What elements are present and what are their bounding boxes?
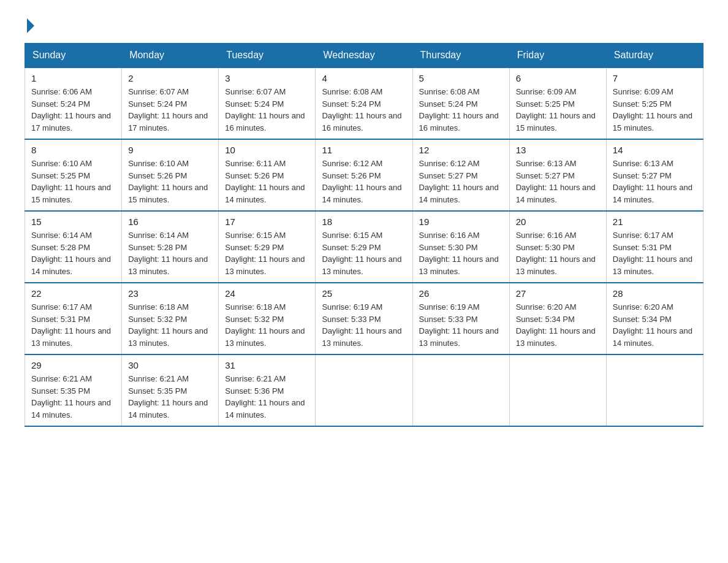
calendar-cell: 9 Sunrise: 6:10 AM Sunset: 5:26 PM Dayli…: [122, 139, 219, 211]
day-number: 20: [516, 216, 600, 227]
day-number: 13: [516, 145, 600, 155]
calendar-cell: 5 Sunrise: 6:08 AM Sunset: 5:24 PM Dayli…: [412, 67, 509, 139]
day-info: Sunrise: 6:15 AM Sunset: 5:29 PM Dayligh…: [225, 229, 309, 277]
weekday-header-saturday: Saturday: [606, 44, 703, 68]
calendar-cell: 28 Sunrise: 6:20 AM Sunset: 5:34 PM Dayl…: [606, 283, 703, 354]
logo: [25, 18, 34, 31]
weekday-header-tuesday: Tuesday: [219, 44, 316, 68]
calendar-cell: 1 Sunrise: 6:06 AM Sunset: 5:24 PM Dayli…: [25, 67, 122, 139]
calendar-cell: 4 Sunrise: 6:08 AM Sunset: 5:24 PM Dayli…: [316, 67, 412, 139]
weekday-header-friday: Friday: [509, 44, 606, 68]
weekday-header-monday: Monday: [122, 44, 219, 68]
day-number: 19: [419, 216, 503, 227]
day-info: Sunrise: 6:21 AM Sunset: 5:35 PM Dayligh…: [31, 373, 115, 421]
day-info: Sunrise: 6:18 AM Sunset: 5:32 PM Dayligh…: [225, 301, 309, 349]
day-info: Sunrise: 6:10 AM Sunset: 5:25 PM Dayligh…: [31, 158, 115, 205]
calendar-week-row: 8 Sunrise: 6:10 AM Sunset: 5:25 PM Dayli…: [25, 139, 703, 211]
day-number: 5: [419, 73, 503, 83]
day-info: Sunrise: 6:15 AM Sunset: 5:29 PM Dayligh…: [322, 229, 406, 277]
day-number: 8: [31, 145, 115, 155]
day-number: 22: [31, 288, 115, 299]
logo-arrow-icon: [27, 18, 34, 33]
day-info: Sunrise: 6:08 AM Sunset: 5:24 PM Dayligh…: [419, 86, 503, 134]
day-info: Sunrise: 6:08 AM Sunset: 5:24 PM Dayligh…: [322, 86, 406, 134]
calendar-cell: 3 Sunrise: 6:07 AM Sunset: 5:24 PM Dayli…: [219, 67, 316, 139]
calendar-cell: 24 Sunrise: 6:18 AM Sunset: 5:32 PM Dayl…: [219, 283, 316, 354]
day-info: Sunrise: 6:09 AM Sunset: 5:25 PM Dayligh…: [516, 86, 600, 134]
day-number: 18: [322, 216, 406, 227]
day-info: Sunrise: 6:12 AM Sunset: 5:27 PM Dayligh…: [419, 158, 503, 205]
day-info: Sunrise: 6:17 AM Sunset: 5:31 PM Dayligh…: [31, 301, 115, 349]
calendar-week-row: 29 Sunrise: 6:21 AM Sunset: 5:35 PM Dayl…: [25, 354, 703, 426]
day-number: 16: [128, 216, 212, 227]
logo-general-text: [25, 18, 34, 33]
day-number: 11: [322, 145, 406, 155]
day-number: 25: [322, 288, 406, 299]
day-number: 4: [322, 73, 406, 83]
day-number: 17: [225, 216, 309, 227]
day-info: Sunrise: 6:20 AM Sunset: 5:34 PM Dayligh…: [613, 301, 697, 349]
day-number: 1: [31, 73, 115, 83]
day-number: 26: [419, 288, 503, 299]
calendar-cell: 18 Sunrise: 6:15 AM Sunset: 5:29 PM Dayl…: [316, 211, 412, 283]
day-number: 21: [613, 216, 697, 227]
day-info: Sunrise: 6:21 AM Sunset: 5:36 PM Dayligh…: [225, 373, 309, 421]
day-number: 6: [516, 73, 600, 83]
day-number: 15: [31, 216, 115, 227]
calendar-cell: 13 Sunrise: 6:13 AM Sunset: 5:27 PM Dayl…: [509, 139, 606, 211]
day-number: 23: [128, 288, 212, 299]
day-info: Sunrise: 6:14 AM Sunset: 5:28 PM Dayligh…: [128, 229, 212, 277]
calendar-cell: 17 Sunrise: 6:15 AM Sunset: 5:29 PM Dayl…: [219, 211, 316, 283]
day-info: Sunrise: 6:20 AM Sunset: 5:34 PM Dayligh…: [516, 301, 600, 349]
calendar-cell: 16 Sunrise: 6:14 AM Sunset: 5:28 PM Dayl…: [122, 211, 219, 283]
calendar-week-row: 15 Sunrise: 6:14 AM Sunset: 5:28 PM Dayl…: [25, 211, 703, 283]
day-info: Sunrise: 6:10 AM Sunset: 5:26 PM Dayligh…: [128, 158, 212, 205]
calendar-cell: 26 Sunrise: 6:19 AM Sunset: 5:33 PM Dayl…: [412, 283, 509, 354]
day-info: Sunrise: 6:16 AM Sunset: 5:30 PM Dayligh…: [516, 229, 600, 277]
calendar-week-row: 22 Sunrise: 6:17 AM Sunset: 5:31 PM Dayl…: [25, 283, 703, 354]
day-number: 3: [225, 73, 309, 83]
day-info: Sunrise: 6:19 AM Sunset: 5:33 PM Dayligh…: [322, 301, 406, 349]
calendar-cell: 12 Sunrise: 6:12 AM Sunset: 5:27 PM Dayl…: [412, 139, 509, 211]
weekday-header-thursday: Thursday: [412, 44, 509, 68]
calendar-cell: 22 Sunrise: 6:17 AM Sunset: 5:31 PM Dayl…: [25, 283, 122, 354]
day-info: Sunrise: 6:07 AM Sunset: 5:24 PM Dayligh…: [225, 86, 309, 134]
calendar-cell: 15 Sunrise: 6:14 AM Sunset: 5:28 PM Dayl…: [25, 211, 122, 283]
calendar-cell: [412, 354, 509, 426]
day-info: Sunrise: 6:17 AM Sunset: 5:31 PM Dayligh…: [613, 229, 697, 277]
calendar-cell: 21 Sunrise: 6:17 AM Sunset: 5:31 PM Dayl…: [606, 211, 703, 283]
calendar-table: SundayMondayTuesdayWednesdayThursdayFrid…: [25, 43, 703, 427]
weekday-header-sunday: Sunday: [25, 44, 122, 68]
calendar-cell: 19 Sunrise: 6:16 AM Sunset: 5:30 PM Dayl…: [412, 211, 509, 283]
day-number: 9: [128, 145, 212, 155]
day-info: Sunrise: 6:13 AM Sunset: 5:27 PM Dayligh…: [516, 158, 600, 205]
day-number: 10: [225, 145, 309, 155]
calendar-cell: 6 Sunrise: 6:09 AM Sunset: 5:25 PM Dayli…: [509, 67, 606, 139]
calendar-cell: 23 Sunrise: 6:18 AM Sunset: 5:32 PM Dayl…: [122, 283, 219, 354]
calendar-cell: 31 Sunrise: 6:21 AM Sunset: 5:36 PM Dayl…: [219, 354, 316, 426]
calendar-cell: 8 Sunrise: 6:10 AM Sunset: 5:25 PM Dayli…: [25, 139, 122, 211]
weekday-header-wednesday: Wednesday: [316, 44, 412, 68]
day-number: 14: [613, 145, 697, 155]
day-info: Sunrise: 6:19 AM Sunset: 5:33 PM Dayligh…: [419, 301, 503, 349]
day-info: Sunrise: 6:16 AM Sunset: 5:30 PM Dayligh…: [419, 229, 503, 277]
day-info: Sunrise: 6:14 AM Sunset: 5:28 PM Dayligh…: [31, 229, 115, 277]
calendar-cell: [509, 354, 606, 426]
day-info: Sunrise: 6:18 AM Sunset: 5:32 PM Dayligh…: [128, 301, 212, 349]
calendar-cell: 11 Sunrise: 6:12 AM Sunset: 5:26 PM Dayl…: [316, 139, 412, 211]
day-info: Sunrise: 6:07 AM Sunset: 5:24 PM Dayligh…: [128, 86, 212, 134]
day-number: 12: [419, 145, 503, 155]
calendar-cell: 25 Sunrise: 6:19 AM Sunset: 5:33 PM Dayl…: [316, 283, 412, 354]
calendar-cell: 30 Sunrise: 6:21 AM Sunset: 5:35 PM Dayl…: [122, 354, 219, 426]
day-info: Sunrise: 6:12 AM Sunset: 5:26 PM Dayligh…: [322, 158, 406, 205]
day-info: Sunrise: 6:11 AM Sunset: 5:26 PM Dayligh…: [225, 158, 309, 205]
day-info: Sunrise: 6:13 AM Sunset: 5:27 PM Dayligh…: [613, 158, 697, 205]
calendar-cell: [316, 354, 412, 426]
day-info: Sunrise: 6:06 AM Sunset: 5:24 PM Dayligh…: [31, 86, 115, 134]
day-number: 27: [516, 288, 600, 299]
day-number: 7: [613, 73, 697, 83]
day-number: 31: [225, 360, 309, 370]
page-header: [25, 18, 703, 31]
calendar-cell: 2 Sunrise: 6:07 AM Sunset: 5:24 PM Dayli…: [122, 67, 219, 139]
day-number: 24: [225, 288, 309, 299]
